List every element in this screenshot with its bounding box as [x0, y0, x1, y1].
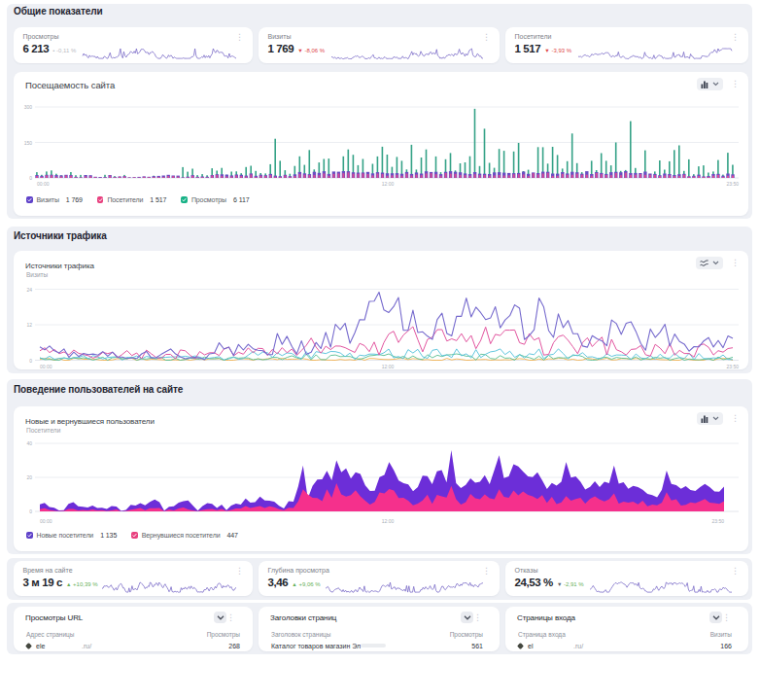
svg-text:24: 24	[26, 287, 32, 293]
svg-text:12:00: 12:00	[382, 181, 395, 187]
svg-text:0: 0	[29, 508, 32, 514]
svg-text:23:50: 23:50	[726, 364, 739, 369]
svg-text:150: 150	[24, 140, 33, 146]
svg-text:12:00: 12:00	[382, 518, 395, 524]
svg-text:00:00: 00:00	[40, 518, 52, 524]
svg-text:40: 40	[26, 440, 32, 446]
svg-text:20: 20	[26, 474, 32, 480]
svg-text:00:00: 00:00	[40, 364, 52, 369]
svg-text:23:50: 23:50	[726, 181, 739, 187]
svg-text:12:00: 12:00	[382, 364, 395, 369]
svg-text:23:50: 23:50	[711, 518, 724, 524]
svg-text:12: 12	[26, 322, 32, 328]
svg-text:0: 0	[29, 175, 32, 181]
svg-text:0: 0	[29, 358, 32, 364]
svg-text:00:00: 00:00	[37, 181, 50, 187]
svg-text:300: 300	[24, 104, 33, 110]
